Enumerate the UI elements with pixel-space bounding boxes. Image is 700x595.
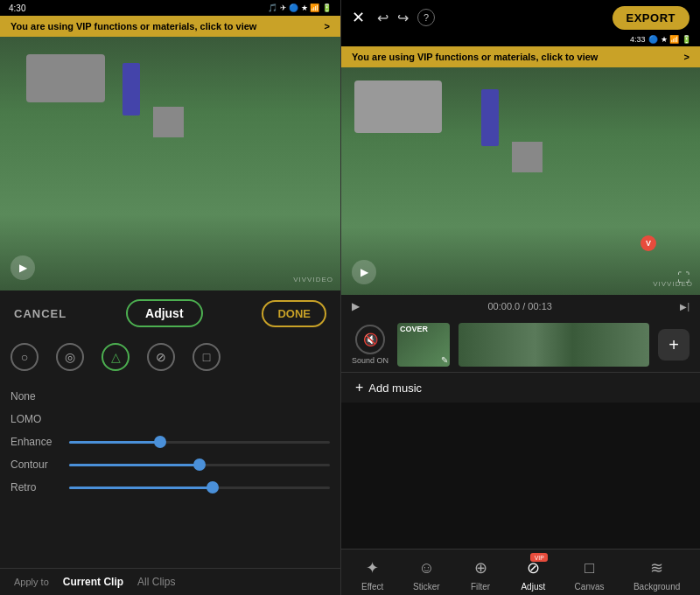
right-vip-arrow: > xyxy=(684,52,690,62)
top-bar-left: ✕ ↩ ↪ ? xyxy=(352,8,435,27)
filter-icons-row: ○ ◎ △ ⊘ □ xyxy=(0,336,340,378)
sound-icon[interactable]: 🔇 xyxy=(355,325,385,354)
right-video-preview: V VIVVIDEO ▶ ⛶ xyxy=(341,67,700,295)
effect-icon: ✦ xyxy=(361,556,384,579)
left-video-scene: VIVVIDEO xyxy=(0,37,340,290)
tool-filter[interactable]: ⊕ Filter xyxy=(469,556,492,592)
slider-retro-track[interactable] xyxy=(69,486,330,489)
cover-label: COVER xyxy=(400,325,428,333)
cancel-button[interactable]: CANCEL xyxy=(14,307,66,320)
slider-retro-row: Retro xyxy=(0,476,340,499)
slider-enhance-thumb[interactable] xyxy=(154,436,166,448)
tool-sticker[interactable]: ☺ Sticker xyxy=(413,556,440,592)
clip-strip-inner xyxy=(458,323,649,367)
adjust-icon-wrap: ⊘ VIP xyxy=(522,556,544,579)
fullscreen-button[interactable]: ⛶ xyxy=(677,270,690,284)
adjust-toolbar: CANCEL Adjust DONE xyxy=(0,290,340,336)
adjust-vip-badge: VIP xyxy=(530,553,548,562)
slider-lomo-label: LOMO xyxy=(10,413,59,425)
right-status-time: 4:33 xyxy=(630,35,646,44)
tool-canvas[interactable]: □ Canvas xyxy=(575,556,605,592)
background-label: Background xyxy=(634,582,680,592)
background-icon: ≋ xyxy=(646,556,668,579)
slider-contour-track[interactable] xyxy=(69,464,330,466)
sound-label: Sound ON xyxy=(352,356,388,365)
slider-retro-thumb[interactable] xyxy=(206,481,219,494)
slider-contour-thumb[interactable] xyxy=(193,458,206,471)
sliders-section: None LOMO Enhance Contour Retro xyxy=(0,378,340,568)
right-video-box xyxy=(512,142,542,172)
effect-label: Effect xyxy=(361,582,383,592)
right-panel: ✕ ↩ ↪ ? EXPORT 4:33 🔵 ★ 📶 🔋 You are usin… xyxy=(341,0,700,595)
apply-row: Apply to Current Clip All Clips xyxy=(0,568,340,595)
left-status-time: 4:30 xyxy=(9,4,25,13)
right-status-bar: 4:33 🔵 ★ 📶 🔋 xyxy=(341,35,700,46)
slider-none-row: None xyxy=(0,385,340,408)
add-music-button[interactable]: + Add music xyxy=(355,380,686,396)
left-status-bar: 4:30 🎵 ✈ 🔵 ★ 📶 🔋 xyxy=(0,0,340,16)
tool-adjust[interactable]: ⊘ VIP Adjust xyxy=(521,556,545,592)
nav-icons: ↩ ↪ ? xyxy=(377,9,435,26)
adjust-label: Adjust xyxy=(521,582,545,592)
add-clip-button[interactable]: + xyxy=(658,329,690,360)
apply-current-button[interactable]: Current Clip xyxy=(63,576,123,588)
clip-strip[interactable] xyxy=(458,323,649,367)
time-display: 00:00.0 / 00:13 xyxy=(367,301,673,312)
apply-all-button[interactable]: All Clips xyxy=(137,576,175,588)
left-watermark: VIVVIDEO xyxy=(293,276,333,284)
sound-control[interactable]: 🔇 Sound ON xyxy=(352,325,388,365)
slider-retro-label: Retro xyxy=(10,481,59,494)
tool-effect[interactable]: ✦ Effect xyxy=(361,556,384,592)
slider-contour-fill xyxy=(69,464,200,466)
canvas-icon: □ xyxy=(578,556,601,579)
sticker-icon: ☺ xyxy=(415,556,438,579)
export-button[interactable]: EXPORT xyxy=(612,6,690,30)
left-vip-text: You are using VIP functions or materials… xyxy=(10,21,256,32)
sticker-label: Sticker xyxy=(413,582,440,592)
left-vip-banner[interactable]: You are using VIP functions or materials… xyxy=(0,16,340,37)
slider-enhance-fill xyxy=(69,441,160,444)
adjust-button[interactable]: Adjust xyxy=(126,299,203,327)
cover-edit-icon[interactable]: ✎ xyxy=(441,355,448,365)
slider-contour-label: Contour xyxy=(10,458,59,471)
slider-none-label: None xyxy=(10,390,59,402)
add-music-row: + Add music xyxy=(341,372,700,402)
redo-button[interactable]: ↪ xyxy=(397,10,409,26)
cover-thumbnail[interactable]: COVER ✎ xyxy=(397,323,450,367)
left-video-person xyxy=(122,63,140,116)
left-status-icons: 🎵 ✈ 🔵 ★ 📶 🔋 xyxy=(268,4,332,12)
right-vip-banner[interactable]: You are using VIP functions or materials… xyxy=(341,46,700,67)
filter-square-icon[interactable]: □ xyxy=(192,343,220,371)
help-button[interactable]: ? xyxy=(417,9,435,26)
left-video-preview: VIVVIDEO ▶ xyxy=(0,37,340,290)
undo-button[interactable]: ↩ xyxy=(377,10,388,26)
right-video-scene: V VIVVIDEO xyxy=(341,67,700,295)
left-video-car xyxy=(26,54,105,102)
left-panel: 4:30 🎵 ✈ 🔵 ★ 📶 🔋 You are using VIP funct… xyxy=(0,0,341,595)
play-icon-timeline[interactable]: ▶ xyxy=(352,300,360,312)
filter-label: Filter xyxy=(471,582,490,592)
skip-end-button[interactable]: ▶| xyxy=(680,302,690,312)
left-video-box xyxy=(153,107,184,137)
timeline-bar: ▶ 00:00.0 / 00:13 ▶| xyxy=(341,295,700,318)
right-video-car xyxy=(354,80,442,133)
bottom-toolbar: ✦ Effect ☺ Sticker ⊕ Filter ⊘ VIP Adjust… xyxy=(341,549,700,595)
filter-icon: ⊕ xyxy=(469,556,492,579)
filter-none-icon[interactable]: ○ xyxy=(10,343,38,371)
close-button[interactable]: ✕ xyxy=(352,8,365,27)
filter-triangle-icon[interactable]: △ xyxy=(102,343,130,371)
media-controls-row: 🔇 Sound ON COVER ✎ + xyxy=(341,318,700,372)
done-button[interactable]: DONE xyxy=(262,300,326,327)
right-vip-text: You are using VIP functions or materials… xyxy=(352,52,598,62)
slider-contour-row: Contour xyxy=(0,453,340,476)
tool-background[interactable]: ≋ Background xyxy=(634,556,680,592)
right-top-bar: ✕ ↩ ↪ ? EXPORT xyxy=(341,0,700,35)
slider-lomo-row: LOMO xyxy=(0,408,340,430)
filter-slash-icon[interactable]: ⊘ xyxy=(147,343,175,371)
slider-enhance-track[interactable] xyxy=(69,441,330,444)
vip-badge: V xyxy=(640,235,656,251)
right-play-button[interactable]: ▶ xyxy=(352,260,376,284)
filter-drop-icon[interactable]: ◎ xyxy=(56,343,84,371)
left-play-button[interactable]: ▶ xyxy=(10,256,35,280)
canvas-label: Canvas xyxy=(575,582,605,592)
